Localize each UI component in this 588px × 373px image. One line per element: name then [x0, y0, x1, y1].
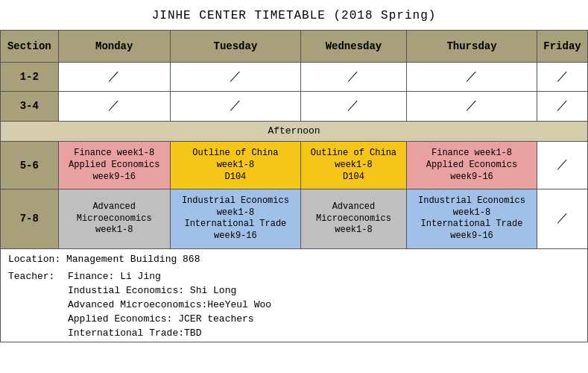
teacher-5: International Trade:TBD [68, 326, 580, 340]
thursday-1-2: ／ [406, 63, 537, 92]
section-3-4: 3-4 [1, 92, 59, 121]
monday-5-6: Finance week1-8Applied Economicsweek9-16 [58, 142, 170, 189]
wednesday-7-8: AdvancedMicroeconomicsweek1-8 [300, 189, 406, 248]
friday-5-6: ／ [537, 142, 588, 189]
monday-1-2: ／ [58, 63, 170, 92]
page-title: JINHE CENTER TIMETABLE (2018 Spring) [0, 0, 588, 30]
friday-3-4: ／ [537, 92, 588, 121]
table-row: 7-8 AdvancedMicroeconomicsweek1-8 Indust… [1, 189, 588, 248]
table-row: 1-2 ／ ／ ／ ／ ／ [1, 63, 588, 92]
location-text: Location: Management Building 868 [1, 249, 587, 268]
wednesday-3-4: ／ [300, 92, 406, 121]
table-header: Section Monday Tuesday Wednesday Thursda… [1, 31, 588, 63]
friday-1-2: ／ [537, 63, 588, 92]
friday-7-8: ／ [537, 189, 588, 248]
wednesday-5-6: Outline of Chinaweek1-8D104 [300, 142, 406, 189]
monday-7-8: AdvancedMicroeconomicsweek1-8 [58, 189, 170, 248]
afternoon-label-row: Afternoon [1, 121, 588, 142]
header-wednesday: Wednesday [300, 31, 406, 63]
section-7-8: 7-8 [1, 189, 59, 248]
table-row: 5-6 Finance week1-8Applied Economicsweek… [1, 142, 588, 189]
monday-3-4: ／ [58, 92, 170, 121]
tuesday-3-4: ／ [170, 92, 300, 121]
teacher-3: Advanced Microeconomics:HeeYeul Woo [68, 298, 580, 312]
header-monday: Monday [58, 31, 170, 63]
header-thursday: Thursday [406, 31, 537, 63]
teacher-list: Finance: Li Jing Industial Economics: Sh… [68, 269, 580, 340]
table-row: 3-4 ／ ／ ／ ／ ／ [1, 92, 588, 121]
wednesday-1-2: ／ [300, 63, 406, 92]
header-tuesday: Tuesday [170, 31, 300, 63]
tuesday-5-6: Outline of Chinaweek1-8D104 [170, 142, 300, 189]
section-5-6: 5-6 [1, 142, 59, 189]
thursday-3-4: ／ [406, 92, 537, 121]
afternoon-label: Afternoon [1, 121, 588, 142]
tuesday-7-8: Industrial Economicsweek1-8International… [170, 189, 300, 248]
teacher-1: Finance: Li Jing [68, 269, 580, 283]
footer: Location: Management Building 868 Teache… [0, 249, 588, 342]
teacher-label: Teacher: [8, 269, 68, 340]
teacher-2: Industial Economics: Shi Long [68, 283, 580, 298]
thursday-7-8: Industrial Economicsweek1-8International… [406, 189, 537, 248]
header-friday: Friday [537, 31, 588, 63]
header-section: Section [1, 31, 59, 63]
thursday-5-6: Finance week1-8Applied Economicsweek9-16 [406, 142, 537, 189]
teacher-4: Applied Economics: JCER teachers [68, 312, 580, 326]
tuesday-1-2: ／ [170, 63, 300, 92]
section-1-2: 1-2 [1, 63, 59, 92]
teachers-section: Teacher: Finance: Li Jing Industial Econ… [1, 268, 587, 342]
